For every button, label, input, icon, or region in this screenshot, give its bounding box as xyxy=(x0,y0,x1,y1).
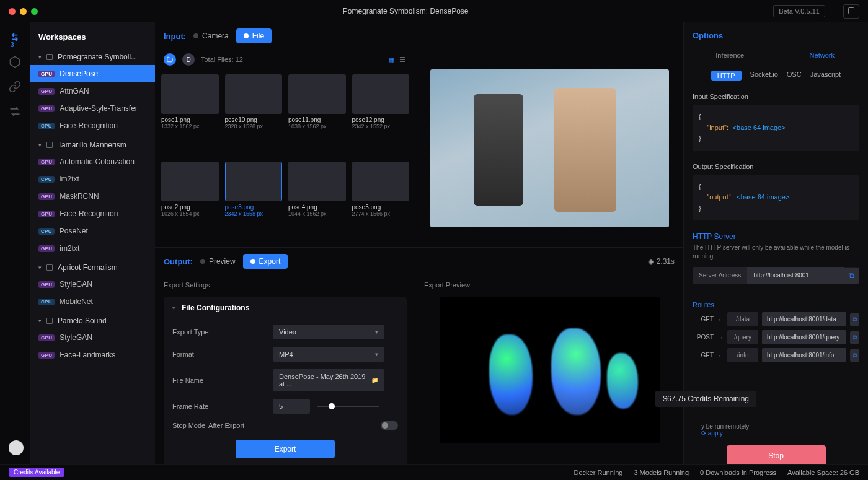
model-item[interactable]: GPUStyleGAN xyxy=(30,329,155,346)
workspace-header[interactable]: ▾Pomegranate Symboli... xyxy=(30,49,155,65)
model-name: Face-Recognition xyxy=(60,209,118,218)
compute-chip: GPU xyxy=(38,211,55,217)
model-item[interactable]: GPUAttnGAN xyxy=(30,82,155,100)
model-item[interactable]: GPUim2txt xyxy=(30,240,155,257)
route-url[interactable]: http://localhost:8001/data xyxy=(762,312,846,326)
output-spec-code: { "output": <base 64 image>} xyxy=(693,175,859,220)
pill-javascript[interactable]: Javascript xyxy=(810,71,841,81)
maximize-window-icon[interactable] xyxy=(31,8,38,15)
titlebar: Pomegranate Symbolism: DensePose Beta V.… xyxy=(0,0,868,22)
minimize-window-icon[interactable] xyxy=(20,8,27,15)
user-avatar[interactable] xyxy=(9,440,24,455)
route-row: POST→/queryhttp://localhost:8001/query⧉ xyxy=(693,330,859,344)
route-url[interactable]: http://localhost:8001/query xyxy=(762,330,846,344)
file-dimensions: 2774 x 1566 px xyxy=(352,211,410,217)
copy-address-icon[interactable]: ⧉ xyxy=(844,268,859,284)
model-name: MaskRCNN xyxy=(60,192,99,201)
pill-socketio[interactable]: Socket.io xyxy=(750,71,778,81)
model-item[interactable]: GPUDensePose xyxy=(30,65,155,82)
file-item[interactable]: pose2.png1026 x 1554 px xyxy=(161,162,219,243)
models-icon[interactable] xyxy=(9,56,21,68)
file-name: pose10.png xyxy=(225,116,283,123)
export-type-select[interactable]: Video▾ xyxy=(273,325,384,339)
model-item[interactable]: GPUStyleGAN xyxy=(30,276,155,293)
sidebar-heading: Workspaces xyxy=(30,27,155,49)
model-item[interactable]: CPUPoseNet xyxy=(30,222,155,240)
output-export-toggle[interactable]: Export xyxy=(243,254,288,269)
file-name: pose1.png xyxy=(161,116,219,123)
format-select[interactable]: MP4▾ xyxy=(273,347,384,362)
file-item[interactable]: pose5.png2774 x 1566 px xyxy=(352,162,410,243)
file-item[interactable]: pose4.png1044 x 1562 px xyxy=(288,162,346,243)
compute-chip: GPU xyxy=(38,159,55,165)
model-item[interactable]: GPUAutomatic-Colorization xyxy=(30,153,155,170)
workspaces-icon[interactable]: 3 xyxy=(9,31,21,43)
copy-route-icon[interactable]: ⧉ xyxy=(850,313,859,326)
file-item[interactable]: pose10.png2320 x 1528 px xyxy=(225,74,283,155)
tab-inference[interactable]: Inference xyxy=(684,46,776,64)
model-item[interactable]: GPUAdaptive-Style-Transfer xyxy=(30,100,155,117)
close-window-icon[interactable] xyxy=(9,8,16,15)
grid-view-icon[interactable]: ▦ xyxy=(387,55,396,65)
file-item[interactable]: pose11.png1038 x 1562 px xyxy=(288,74,346,155)
add-icon[interactable]: D xyxy=(182,53,195,66)
model-name: PoseNet xyxy=(60,227,88,235)
model-name: Adaptive-Style-Transfer xyxy=(60,104,138,113)
framerate-slider[interactable] xyxy=(317,406,379,407)
file-item[interactable]: pose3.png2342 x 1558 px xyxy=(225,162,283,243)
copy-route-icon[interactable]: ⧉ xyxy=(850,349,859,362)
file-item[interactable]: pose12.png2342 x 1552 px xyxy=(352,74,410,155)
file-config-accordion[interactable]: ▾File Configurations xyxy=(164,297,407,318)
folder-icon[interactable] xyxy=(164,53,176,66)
link-icon[interactable] xyxy=(9,81,21,93)
version-badge: Beta V.0.5.11 xyxy=(773,5,825,17)
model-item[interactable]: GPUFace-Recognition xyxy=(30,205,155,222)
input-file-toggle[interactable]: File xyxy=(236,28,272,43)
input-label: Input: xyxy=(164,32,186,41)
export-button[interactable]: Export xyxy=(236,440,335,458)
framerate-label: Frame Rate xyxy=(172,403,265,410)
file-item[interactable]: pose1.png1332 x 1562 px xyxy=(161,74,219,155)
flow-icon[interactable] xyxy=(9,105,21,118)
server-address-row: Server Address http://localhost:8001 ⧉ xyxy=(693,267,859,284)
compute-chip: GPU xyxy=(38,245,55,252)
output-preview-toggle[interactable]: Preview xyxy=(200,257,236,266)
format-label: Format xyxy=(172,351,265,358)
model-item[interactable]: GPUMaskRCNN xyxy=(30,188,155,205)
filename-input[interactable]: DensePose - May 26th 2019 at ...📁 xyxy=(273,369,384,391)
model-name: AttnGAN xyxy=(60,87,89,95)
file-dimensions: 1332 x 1562 px xyxy=(161,123,219,129)
workspace-header[interactable]: ▾Apricot Formalism xyxy=(30,260,155,276)
credits-badge[interactable]: Credits Available xyxy=(9,468,64,477)
model-item[interactable]: CPUMobileNet xyxy=(30,293,155,310)
model-item[interactable]: CPUFace-Recognition xyxy=(30,117,155,134)
pill-http[interactable]: HTTP xyxy=(711,71,742,81)
route-url[interactable]: http://localhost:8001/info xyxy=(762,348,846,362)
stop-after-toggle[interactable] xyxy=(381,421,398,430)
tab-network[interactable]: Network xyxy=(776,46,869,64)
input-camera-toggle[interactable]: Camera xyxy=(193,32,229,40)
model-item[interactable]: GPUFace-Landmarks xyxy=(30,346,155,364)
workspace-header[interactable]: ▾Tamarillo Mannerism xyxy=(30,137,155,153)
file-dimensions: 2320 x 1528 px xyxy=(225,123,283,129)
route-method: GET xyxy=(693,352,714,359)
copy-route-icon[interactable]: ⧉ xyxy=(850,331,859,344)
compute-chip: GPU xyxy=(38,105,55,112)
server-address-value[interactable]: http://localhost:8001 xyxy=(747,267,844,284)
file-thumbnail xyxy=(288,162,346,201)
input-spec-heading: Input Specification xyxy=(693,93,859,100)
model-name: Automatic-Colorization xyxy=(60,157,135,166)
export-type-label: Export Type xyxy=(172,328,265,336)
feedback-icon[interactable] xyxy=(843,4,859,19)
stop-button[interactable]: Stop xyxy=(727,445,826,466)
framerate-input[interactable] xyxy=(273,399,310,414)
pill-osc[interactable]: OSC xyxy=(787,71,802,81)
workspace-header[interactable]: ▾Pamelo Sound xyxy=(30,313,155,329)
file-thumbnail xyxy=(288,74,346,114)
list-view-icon[interactable]: ☰ xyxy=(398,55,407,65)
docker-status: Docker Running xyxy=(574,469,623,476)
export-settings-heading: Export Settings xyxy=(164,281,407,289)
model-item[interactable]: CPUim2txt xyxy=(30,170,155,188)
export-preview-image xyxy=(440,297,660,443)
file-thumbnail xyxy=(352,74,410,114)
